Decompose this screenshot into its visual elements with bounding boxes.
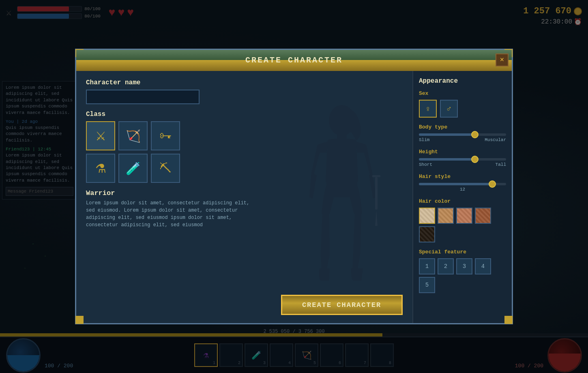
modal-body: Character name Class ⚔ 🏹 [76,71,512,323]
body-type-min-label: Slim [419,137,429,142]
hair-style-slider-thumb[interactable] [489,180,496,188]
sex-button-female[interactable]: ♀ [419,100,437,118]
body-type-slider-container: Slim Muscular [419,133,506,142]
height-slider-thumb[interactable] [471,156,479,163]
class-label: Class [86,111,261,118]
height-slider-fill [419,158,476,161]
selected-class-desc: Lorem ipsum dolor sit amet, consectetur … [86,199,261,229]
male-icon: ♂ [446,104,452,114]
body-type-max-label: Muscular [485,137,506,142]
corner-decoration-br [504,316,513,324]
hair-color-label: Hair color [419,198,506,204]
special-feature-label: Special feature [419,249,506,255]
create-character-button[interactable]: CREATE CHARACTER [281,295,403,315]
hair-color-swatch-4[interactable] [419,226,435,242]
archer-icon: 🏹 [126,129,141,143]
female-icon: ♀ [425,104,431,114]
create-character-modal: CREATE CHARACTER × Character name Class [75,49,513,324]
class-button-mage[interactable]: 🧪 [118,154,148,183]
sex-buttons: ♀ ♂ [419,100,506,118]
feature-button-5[interactable]: 5 [419,277,435,293]
svg-rect-4 [372,175,380,177]
warrior-icon: ⚔ [95,129,106,143]
mage-icon: 🧪 [126,161,141,176]
body-type-slider-thumb[interactable] [471,131,479,138]
hair-color-swatch-0[interactable] [419,208,435,224]
class-section: Class ⚔ 🏹 🗝 [86,111,261,183]
rogue-icon: 🗝 [159,129,172,143]
hair-style-label: Hair style [419,174,506,180]
class-button-archer[interactable]: 🏹 [118,121,148,150]
corner-decoration-bl [75,316,84,324]
modal-close-button[interactable]: × [496,54,509,66]
character-name-section: Character name [86,79,261,104]
character-silhouette [289,100,395,287]
height-max-label: Tall [496,162,506,167]
sex-button-male[interactable]: ♂ [440,100,458,118]
body-type-slider-fill [419,133,476,136]
engineer-icon: ⛏ [159,161,172,175]
hair-color-swatch-2[interactable] [456,208,472,224]
body-type-slider-labels: Slim Muscular [419,137,506,142]
height-slider-labels: Short Tall [419,162,506,167]
modal-header: CREATE CHARACTER × [76,50,512,71]
height-slider-track[interactable] [419,158,506,161]
hair-color-swatches [419,208,506,242]
feature-button-2[interactable]: 2 [438,258,454,274]
feature-buttons: 1 2 3 4 5 [419,258,506,293]
alchemist-icon: ⚗ [95,161,106,176]
svg-rect-3 [375,177,378,210]
modal-overlay: CREATE CHARACTER × Character name Class [0,0,588,373]
selected-class-name: Warrior [86,189,261,197]
height-min-label: Short [419,162,432,167]
modal-title: CREATE CHARACTER [245,56,343,65]
height-label: Height [419,149,506,155]
class-button-engineer[interactable]: ⛏ [151,154,180,183]
height-slider-container: Short Tall [419,158,506,167]
class-button-warrior[interactable]: ⚔ [86,121,115,150]
hair-color-swatch-3[interactable] [475,208,491,224]
character-name-label: Character name [86,79,261,86]
appearance-title: Appearance [419,77,506,85]
class-button-alchemist[interactable]: ⚗ [86,154,115,183]
left-panel: Character name Class ⚔ 🏹 [76,71,271,323]
class-grid: ⚔ 🏹 🗝 ⚗ [86,121,261,183]
feature-button-1[interactable]: 1 [419,258,435,274]
class-button-rogue[interactable]: 🗝 [151,121,180,150]
hair-color-swatch-1[interactable] [438,208,454,224]
feature-button-4[interactable]: 4 [475,258,491,274]
hair-style-slider-fill [419,183,493,185]
body-type-label: Body type [419,124,506,130]
center-panel: CREATE CHARACTER [271,71,412,323]
hair-style-slider-track[interactable] [419,183,506,185]
class-description-section: Warrior Lorem ipsum dolor sit amet, cons… [86,189,261,229]
sex-label: Sex [419,90,506,96]
feature-button-3[interactable]: 3 [456,258,472,274]
character-name-input[interactable] [86,90,200,104]
body-type-slider-track[interactable] [419,133,506,136]
svg-rect-2 [326,179,357,185]
right-panel: Appearance Sex ♀ ♂ Body type [412,71,512,323]
hair-style-slider-container: 12 [419,183,506,192]
